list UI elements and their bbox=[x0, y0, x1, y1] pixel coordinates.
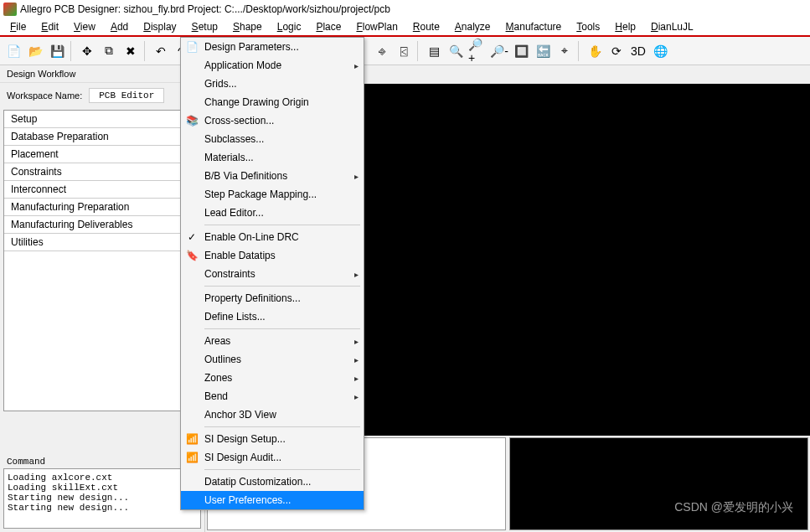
workflow-item[interactable]: Setup bbox=[4, 111, 200, 128]
menu-label: User Preferences... bbox=[204, 494, 291, 506]
menu-item-anchor-3d-view[interactable]: Anchor 3D View bbox=[181, 405, 364, 424]
menu-icon: 📚 bbox=[184, 115, 199, 127]
refresh-button[interactable]: ⟳ bbox=[606, 41, 627, 61]
route4-button[interactable]: ⍃ bbox=[394, 41, 414, 61]
menu-item-si-design-audit-[interactable]: 📶SI Design Audit... bbox=[181, 448, 364, 467]
menu-add[interactable]: Add bbox=[104, 19, 135, 34]
submenu-arrow-icon: ▸ bbox=[354, 355, 359, 364]
menu-label: Zones bbox=[204, 372, 232, 384]
setup-dropdown: 📄Design Parameters...Application Mode▸Gr… bbox=[180, 37, 364, 510]
new-file-button[interactable]: 📄 bbox=[3, 41, 23, 61]
left-panel: Design Workflow Workspace Name: SetupDat… bbox=[0, 65, 205, 532]
globe-button[interactable]: 🌐 bbox=[650, 41, 670, 61]
copy-button[interactable]: ⧉ bbox=[99, 41, 119, 61]
menu-item-grids-[interactable]: Grids... bbox=[181, 75, 364, 93]
menu-icon: 📄 bbox=[184, 41, 199, 53]
menu-label: Grids... bbox=[204, 78, 237, 90]
menu-item-application-mode[interactable]: Application Mode▸ bbox=[181, 56, 364, 75]
menu-help[interactable]: Help bbox=[608, 19, 642, 34]
menu-icon: 📶 bbox=[184, 452, 199, 463]
menu-item-change-drawing-origin[interactable]: Change Drawing Origin bbox=[181, 93, 364, 111]
view-3d-button[interactable]: 3D bbox=[628, 41, 648, 61]
menu-item-user-preferences-[interactable]: User Preferences... bbox=[181, 491, 364, 509]
workflow-item[interactable]: Manufacturing Deliverables bbox=[4, 216, 200, 234]
menu-item-si-design-setup-[interactable]: 📶SI Design Setup... bbox=[181, 430, 364, 448]
menu-item-define-lists-[interactable]: Define Lists... bbox=[181, 307, 364, 326]
delete-button[interactable]: ✖ bbox=[121, 41, 141, 61]
menu-item-lead-editor-[interactable]: Lead Editor... bbox=[181, 204, 364, 222]
menu-shape[interactable]: Shape bbox=[226, 19, 269, 34]
menu-manufacture[interactable]: Manufacture bbox=[499, 19, 569, 34]
move-button[interactable]: ✥ bbox=[77, 41, 97, 61]
submenu-arrow-icon: ▸ bbox=[354, 270, 359, 279]
toolbar: 📄📂💾✥⧉✖↶↷▦▣abc🟩🟥⎇⎌⎆⍃▤🔍🔎+🔎-🔲🔙⌖✋⟳3D🌐 bbox=[0, 37, 810, 65]
menu-item-zones[interactable]: Zones▸ bbox=[181, 369, 364, 387]
workflow-item[interactable]: Utilities bbox=[4, 234, 200, 251]
menu-item-step-package-mapping-[interactable]: Step Package Mapping... bbox=[181, 185, 364, 204]
menu-item-enable-on-line-drc[interactable]: ✓Enable On-Line DRC bbox=[181, 228, 364, 246]
menu-item-enable-datatips[interactable]: 🔖Enable Datatips bbox=[181, 246, 364, 265]
workflow-header: Design Workflow bbox=[0, 65, 204, 83]
title-bar: Allegro PCB Designer: sizhou_fly.brd Pro… bbox=[0, 0, 810, 18]
panel-controls[interactable]: — ▢ ✕ bbox=[465, 425, 502, 434]
menu-view[interactable]: View bbox=[67, 19, 102, 34]
menu-item-cross-section-[interactable]: 📚Cross-section... bbox=[181, 111, 364, 130]
view-panel[interactable]: View bbox=[509, 437, 808, 530]
workflow-item[interactable]: Database Preparation bbox=[4, 128, 200, 146]
watermark: CSDN @爱发明的小兴 bbox=[674, 500, 793, 515]
board-button[interactable]: ▤ bbox=[424, 41, 444, 61]
menu-tools[interactable]: Tools bbox=[570, 19, 606, 34]
zoom-out-button[interactable]: 🔎- bbox=[489, 41, 509, 61]
open-file-button[interactable]: 📂 bbox=[25, 41, 45, 61]
menu-item-materials-[interactable]: Materials... bbox=[181, 148, 364, 167]
zoom-prev-button[interactable]: 🔙 bbox=[533, 41, 553, 61]
zoom-sel-button[interactable]: ⌖ bbox=[555, 41, 575, 61]
menu-item-property-definitions-[interactable]: Property Definitions... bbox=[181, 289, 364, 307]
menu-place[interactable]: Place bbox=[309, 19, 348, 34]
menu-label: Areas bbox=[204, 335, 230, 347]
route3-button[interactable]: ⎆ bbox=[372, 41, 392, 61]
menu-item-datatip-customization-[interactable]: Datatip Customization... bbox=[181, 473, 364, 491]
menu-item-areas[interactable]: Areas▸ bbox=[181, 332, 364, 350]
menu-icon: 🔖 bbox=[184, 250, 199, 261]
menu-label: SI Design Audit... bbox=[204, 452, 281, 463]
menu-item-subclasses-[interactable]: Subclasses... bbox=[181, 130, 364, 148]
menu-setup[interactable]: Setup bbox=[185, 19, 224, 34]
workflow-item[interactable]: Manufacturing Preparation bbox=[4, 199, 200, 216]
workflow-item[interactable]: Interconnect bbox=[4, 181, 200, 199]
window-title: Allegro PCB Designer: sizhou_fly.brd Pro… bbox=[20, 3, 390, 15]
menu-analyze[interactable]: Analyze bbox=[448, 19, 498, 34]
submenu-arrow-icon: ▸ bbox=[354, 374, 359, 383]
menu-item-b-b-via-definitions[interactable]: B/B Via Definitions▸ bbox=[181, 167, 364, 185]
pan-button[interactable]: ✋ bbox=[585, 41, 605, 61]
undo-button[interactable]: ↶ bbox=[151, 41, 171, 61]
save-file-button[interactable]: 💾 bbox=[47, 41, 67, 61]
submenu-arrow-icon: ▸ bbox=[354, 337, 359, 346]
zoom-win-button[interactable]: 🔲 bbox=[511, 41, 531, 61]
workflow-item[interactable]: Constraints bbox=[4, 163, 200, 181]
menu-label: Lead Editor... bbox=[204, 207, 264, 219]
menu-label: Subclasses... bbox=[204, 133, 264, 145]
menu-flowplan[interactable]: FlowPlan bbox=[349, 19, 404, 34]
menu-item-bend[interactable]: Bend▸ bbox=[181, 387, 364, 405]
zoom-in-button[interactable]: 🔎+ bbox=[467, 41, 488, 61]
submenu-arrow-icon: ▸ bbox=[354, 61, 359, 70]
submenu-arrow-icon: ▸ bbox=[354, 392, 359, 401]
menu-edit[interactable]: Edit bbox=[34, 19, 65, 34]
menu-label: Define Lists... bbox=[204, 311, 266, 323]
menu-dianlujl[interactable]: DianLuJL bbox=[644, 19, 700, 34]
zoom-fit-button[interactable]: 🔍 bbox=[446, 41, 466, 61]
menu-display[interactable]: Display bbox=[137, 19, 183, 34]
menu-item-constraints[interactable]: Constraints▸ bbox=[181, 265, 364, 283]
menu-label: Outlines bbox=[204, 354, 241, 365]
menu-logic[interactable]: Logic bbox=[271, 19, 308, 34]
command-label: Command bbox=[3, 455, 201, 468]
menu-file[interactable]: File bbox=[3, 19, 33, 34]
menu-item-design-parameters-[interactable]: 📄Design Parameters... bbox=[181, 38, 364, 56]
menu-label: Design Parameters... bbox=[204, 41, 299, 53]
view-label: View bbox=[513, 425, 535, 435]
workflow-item[interactable]: Placement bbox=[4, 146, 200, 163]
menu-route[interactable]: Route bbox=[406, 19, 446, 34]
menu-item-outlines[interactable]: Outlines▸ bbox=[181, 350, 364, 369]
workspace-input[interactable] bbox=[89, 88, 164, 103]
